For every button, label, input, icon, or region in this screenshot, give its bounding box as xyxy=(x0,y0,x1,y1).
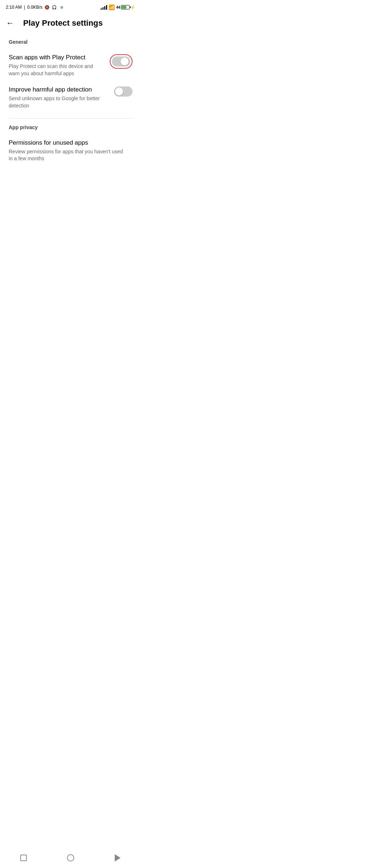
improve-detection-toggle[interactable] xyxy=(114,86,133,97)
battery-level: 44 xyxy=(116,5,120,9)
scan-apps-toggle-wrapper xyxy=(110,54,133,69)
improve-detection-subtitle: Send unknown apps to Google for better d… xyxy=(9,95,108,109)
signal-icon xyxy=(101,5,107,10)
improve-detection-text: Improve harmful app detection Send unkno… xyxy=(9,86,114,109)
section-general-header: General xyxy=(9,39,133,45)
scan-apps-title: Scan apps with Play Protect xyxy=(9,54,104,61)
page-title: Play Protect settings xyxy=(23,18,103,28)
status-left: 2:10 AM | 0.0KB/s 🔕 🎧 ⊕ xyxy=(6,5,64,10)
scan-apps-toggle-thumb xyxy=(121,58,129,65)
separator: | xyxy=(24,5,25,10)
charging-icon: ⚡ xyxy=(130,5,135,10)
data-speed: 0.0KB/s xyxy=(27,5,42,10)
scan-apps-toggle[interactable] xyxy=(112,56,130,67)
headphone-icon: 🎧 xyxy=(52,5,57,10)
status-bar: 2:10 AM | 0.0KB/s 🔕 🎧 ⊕ 📶 44 ⚡ xyxy=(0,0,141,13)
time-text: 2:10 AM xyxy=(6,5,22,10)
wifi-icon: 📶 xyxy=(109,4,115,10)
permissions-unused-setting[interactable]: Permissions for unused apps Review permi… xyxy=(9,136,133,168)
battery-icon xyxy=(121,5,130,9)
section-app-privacy-header: App privacy xyxy=(9,124,133,130)
status-right: 📶 44 ⚡ xyxy=(101,4,135,10)
back-button[interactable]: ← xyxy=(3,16,17,30)
battery-fill xyxy=(122,6,126,9)
permissions-unused-text: Permissions for unused apps Review permi… xyxy=(9,139,133,162)
scan-apps-text: Scan apps with Play Protect Play Protect… xyxy=(9,54,110,77)
permissions-unused-title: Permissions for unused apps xyxy=(9,139,127,147)
permissions-unused-subtitle: Review permissions for apps that you hav… xyxy=(9,148,127,162)
battery-indicator: 44 ⚡ xyxy=(116,5,135,10)
back-arrow-icon: ← xyxy=(6,18,14,28)
settings-content: General Scan apps with Play Protect Play… xyxy=(0,39,141,168)
mute-icon: 🔕 xyxy=(45,5,50,10)
improve-detection-setting[interactable]: Improve harmful app detection Send unkno… xyxy=(9,83,133,115)
scan-apps-setting[interactable]: Scan apps with Play Protect Play Protect… xyxy=(9,51,133,83)
scan-apps-subtitle: Play Protect can scan this device and wa… xyxy=(9,63,104,77)
app-bar: ← Play Protect settings xyxy=(0,13,141,36)
improve-detection-toggle-thumb xyxy=(115,88,123,95)
improve-detection-toggle-wrapper xyxy=(114,86,133,97)
section-divider xyxy=(9,118,133,119)
improve-detection-title: Improve harmful app detection xyxy=(9,86,108,94)
vpn-icon: ⊕ xyxy=(59,5,64,10)
